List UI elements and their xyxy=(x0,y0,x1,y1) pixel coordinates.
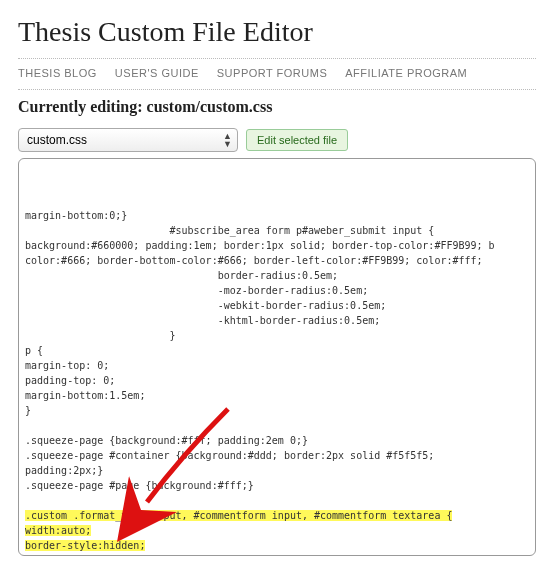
divider-top xyxy=(18,58,536,59)
code-line[interactable]: margin-top: 0; xyxy=(25,358,529,373)
top-nav: THESIS BLOG USER'S GUIDE SUPPORT FORUMS … xyxy=(18,67,536,79)
divider-bottom xyxy=(18,89,536,90)
nav-support-forums[interactable]: SUPPORT FORUMS xyxy=(217,67,328,79)
code-line[interactable]: #subscribe_area form p#aweber_submit inp… xyxy=(25,223,529,238)
code-line[interactable]: } xyxy=(25,328,529,343)
code-line-highlighted[interactable]: .custom .format_text input, #commentform… xyxy=(25,508,529,523)
nav-affiliate-program[interactable]: AFFILIATE PROGRAM xyxy=(345,67,467,79)
edit-selected-file-button[interactable]: Edit selected file xyxy=(246,129,348,151)
code-line[interactable] xyxy=(25,418,529,433)
code-line[interactable]: margin-bottom:1.5em; xyxy=(25,388,529,403)
code-line[interactable]: background:#660000; padding:1em; border:… xyxy=(25,238,529,253)
editing-filename: custom/custom.css xyxy=(147,98,273,115)
code-line[interactable]: padding-top: 0; xyxy=(25,373,529,388)
code-line-highlighted[interactable]: width:auto; xyxy=(25,523,529,538)
code-line[interactable]: .squeeze-page #container {background:#dd… xyxy=(25,448,529,463)
code-line[interactable] xyxy=(25,493,529,508)
nav-users-guide[interactable]: USER'S GUIDE xyxy=(115,67,199,79)
nav-thesis-blog[interactable]: THESIS BLOG xyxy=(18,67,97,79)
code-line-highlighted[interactable]: border-style:hidden; xyxy=(25,538,529,553)
page-title: Thesis Custom File Editor xyxy=(18,16,536,48)
code-line[interactable]: -webkit-border-radius:0.5em; xyxy=(25,298,529,313)
code-line[interactable]: } xyxy=(25,403,529,418)
code-line[interactable]: color:#666; border-bottom-color:#666; bo… xyxy=(25,253,529,268)
code-editor[interactable]: margin-bottom:0;} #subscribe_area form p… xyxy=(18,158,536,556)
code-line[interactable]: -khtml-border-radius:0.5em; xyxy=(25,313,529,328)
editing-label: Currently editing: xyxy=(18,98,143,115)
code-line[interactable]: padding:2px;} xyxy=(25,463,529,478)
code-line-highlighted[interactable]: } xyxy=(25,553,529,556)
file-select[interactable]: custom.css xyxy=(18,128,238,152)
code-line[interactable]: -moz-border-radius:0.5em; xyxy=(25,283,529,298)
code-line[interactable]: .squeeze-page {background:#fff; padding:… xyxy=(25,433,529,448)
code-line[interactable]: .squeeze-page #page {background:#fff;} xyxy=(25,478,529,493)
currently-editing-label: Currently editing: custom/custom.css xyxy=(18,98,536,116)
code-line[interactable]: margin-bottom:0;} xyxy=(25,208,529,223)
code-line[interactable]: border-radius:0.5em; xyxy=(25,268,529,283)
file-select-wrap: custom.css ▲▼ xyxy=(18,128,238,152)
code-line[interactable]: p { xyxy=(25,343,529,358)
file-controls: custom.css ▲▼ Edit selected file xyxy=(18,128,536,152)
